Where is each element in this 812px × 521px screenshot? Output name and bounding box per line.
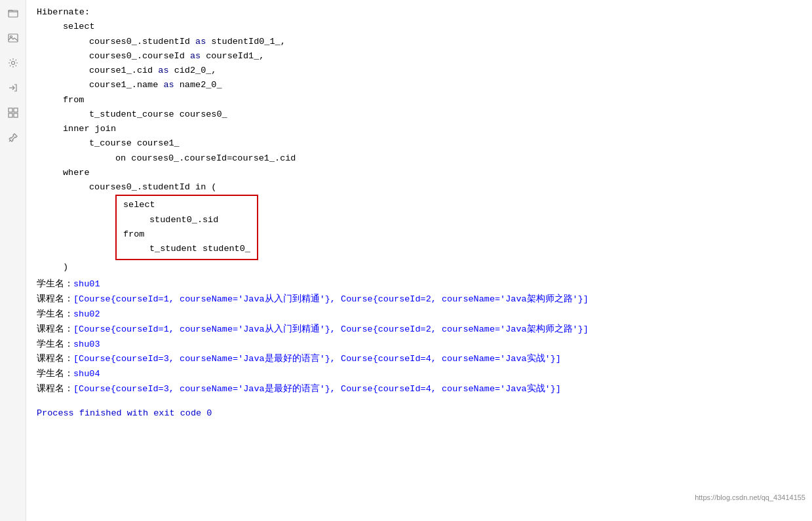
subquery-table: t_student student0_ [123, 242, 250, 256]
sql-block: Hibernate: select courses0_.studentId as… [37, 5, 802, 275]
sql-col3: course1_.cid as cid2_0_, [37, 64, 802, 78]
subquery-select: select [123, 198, 250, 212]
sql-where-clause: courses0_.studentId in ( [37, 180, 802, 195]
sidebar [0, 0, 26, 521]
process-finished-line: Process finished with exit code 0 [37, 408, 212, 418]
output-course-1: 课程名：[Course{courseId=1, courseName='Java… [37, 292, 802, 307]
output-name-4: 学生名：shu04 [37, 367, 802, 382]
svg-rect-6 [9, 113, 12, 117]
sql-col1: courses0_.studentId as studentId0_1_, [37, 35, 802, 49]
subquery-box: select student0_.sid from t_student stud… [115, 195, 258, 260]
sql-close-paren: ) [37, 260, 802, 275]
sql-col2: courses0_.courseId as courseId1_, [37, 49, 802, 64]
sql-on: on courses0_.courseId=course1_.cid [37, 151, 802, 166]
sql-from: from [37, 93, 802, 107]
output-name-1: 学生名：shu01 [37, 277, 802, 292]
output-course-3: 课程名：[Course{courseId=3, courseName='Java… [37, 352, 802, 367]
output-course-2: 课程名：[Course{courseId=1, courseName='Java… [37, 322, 802, 338]
hibernate-label: Hibernate: [37, 5, 802, 20]
output-name-2: 学生名：shu02 [37, 307, 802, 322]
pin-icon[interactable] [7, 131, 20, 144]
subquery-from: from [123, 227, 250, 242]
svg-rect-1 [9, 34, 18, 42]
svg-rect-5 [14, 108, 18, 112]
login-icon[interactable] [7, 81, 20, 94]
sql-where: where [37, 166, 802, 180]
sql-join-table: t_course course1_ [37, 136, 802, 151]
folder-icon[interactable] [7, 7, 20, 20]
sql-inner-join: inner join [37, 122, 802, 136]
subquery-col: student0_.sid [123, 213, 250, 227]
grid-icon[interactable] [7, 106, 20, 119]
main-content: Hibernate: select courses0_.studentId as… [26, 0, 812, 521]
sql-select: select [37, 20, 802, 34]
image-icon[interactable] [7, 31, 20, 45]
settings-icon[interactable] [7, 56, 20, 69]
svg-rect-7 [14, 113, 18, 117]
sql-table: t_student_course courses0_ [37, 107, 802, 122]
svg-rect-4 [9, 108, 12, 112]
output-section: 学生名：shu01 课程名：[Course{courseId=1, course… [37, 277, 802, 419]
output-course-4: 课程名：[Course{courseId=3, courseName='Java… [37, 382, 802, 397]
output-name-3: 学生名：shu03 [37, 338, 802, 353]
svg-point-3 [11, 62, 14, 65]
sql-subquery-container: select student0_.sid from t_student stud… [37, 195, 802, 260]
sql-col4: course1_.name as name2_0_ [37, 78, 802, 92]
footer-link: https://blog.csdn.net/qq_43414155 [695, 493, 805, 501]
